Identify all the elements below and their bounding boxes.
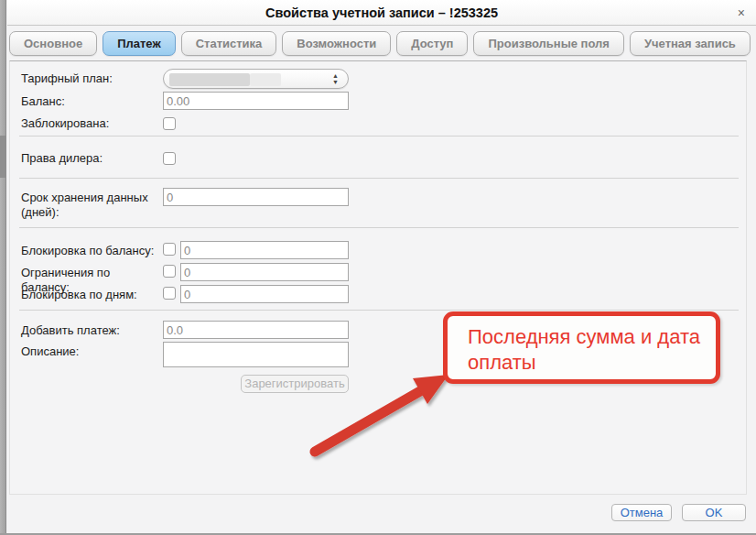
data-retention-label: Срок хранения данных (дней): bbox=[21, 191, 160, 220]
dialog-titlebar: Свойства учетной записи – !253325 × bbox=[7, 0, 756, 26]
tab-bar: Основное Платеж Статистика Возможности Д… bbox=[9, 31, 751, 56]
description-textarea[interactable] bbox=[163, 342, 349, 367]
tab-features[interactable]: Возможности bbox=[282, 31, 391, 56]
dealer-rights-checkbox[interactable] bbox=[163, 152, 176, 165]
redacted-text bbox=[169, 73, 250, 86]
background-scrollbar-thumb bbox=[0, 136, 5, 178]
blocked-label: Заблокирована: bbox=[21, 116, 160, 131]
tab-account[interactable]: Учетная запись bbox=[630, 31, 751, 56]
divider bbox=[19, 227, 739, 228]
block-by-days-label: Блокировка по дням: bbox=[21, 288, 160, 302]
redacted-text bbox=[250, 73, 281, 86]
annotation-text: Последняя сумма и дата оплаты bbox=[448, 316, 716, 375]
description-label: Описание: bbox=[21, 344, 160, 359]
close-icon[interactable]: × bbox=[738, 5, 745, 20]
data-retention-input[interactable] bbox=[163, 188, 349, 206]
block-by-days-input[interactable] bbox=[180, 285, 349, 303]
block-by-balance-input[interactable] bbox=[180, 241, 349, 259]
background-page-edge bbox=[0, 0, 6, 535]
limit-by-balance-input[interactable] bbox=[180, 263, 349, 281]
tab-statistics[interactable]: Статистика bbox=[181, 31, 277, 56]
block-by-balance-label: Блокировка по балансу: bbox=[21, 244, 160, 258]
tab-main[interactable]: Основное bbox=[9, 31, 97, 56]
blocked-checkbox[interactable] bbox=[163, 117, 176, 130]
tab-payment[interactable]: Платеж bbox=[103, 31, 175, 56]
block-by-days-checkbox[interactable] bbox=[163, 287, 176, 300]
dialog-title: Свойства учетной записи – !253325 bbox=[7, 5, 756, 20]
divider bbox=[19, 310, 739, 311]
ok-button[interactable]: OK bbox=[682, 504, 746, 521]
balance-input[interactable] bbox=[163, 92, 349, 110]
add-payment-input[interactable] bbox=[163, 321, 349, 339]
select-stepper-icon: ▲▼ bbox=[332, 72, 339, 85]
block-by-balance-checkbox[interactable] bbox=[163, 243, 176, 256]
tariff-plan-label: Тарифный план: bbox=[21, 71, 160, 86]
payment-tab-panel: Тарифный план: ▲▼ Баланс: Заблокирована:… bbox=[9, 60, 747, 495]
account-properties-dialog: { "window": { "title": "Свойства учетной… bbox=[0, 0, 756, 535]
dealer-rights-label: Права дилера: bbox=[21, 151, 160, 166]
tariff-plan-select[interactable]: ▲▼ bbox=[163, 69, 349, 89]
tab-access[interactable]: Доступ bbox=[396, 31, 468, 56]
divider bbox=[19, 136, 739, 136]
annotation-callout: Последняя сумма и дата оплаты bbox=[443, 311, 720, 384]
divider bbox=[19, 178, 739, 179]
add-payment-label: Добавить платеж: bbox=[21, 323, 160, 338]
limit-by-balance-checkbox[interactable] bbox=[163, 265, 176, 278]
cancel-button[interactable]: Отмена bbox=[611, 504, 672, 521]
tab-custom-fields[interactable]: Произвольные поля bbox=[473, 31, 623, 56]
balance-label: Баланс: bbox=[21, 94, 160, 109]
register-button[interactable]: Зарегистрировать bbox=[241, 375, 349, 393]
